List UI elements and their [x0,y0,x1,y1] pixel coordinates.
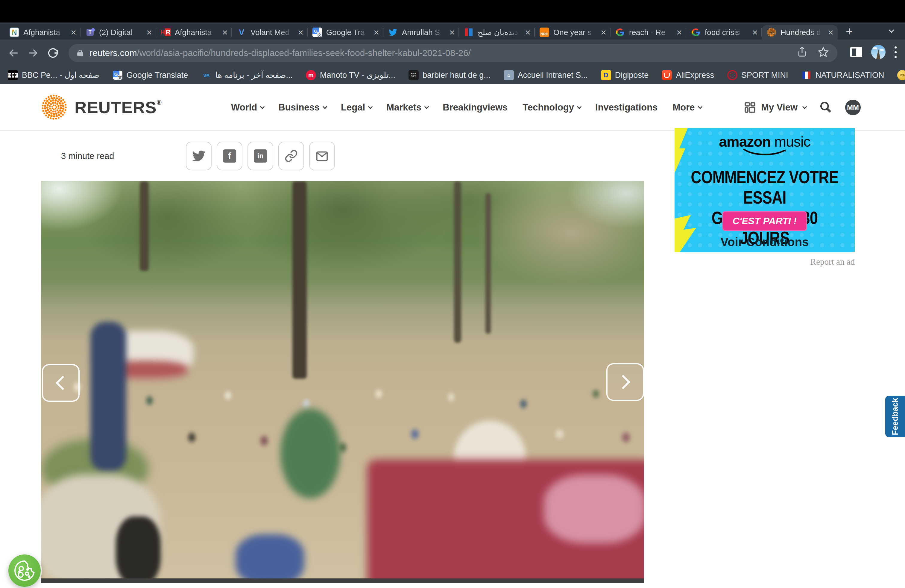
nav-more[interactable]: More [672,102,701,113]
chrome-menu-icon[interactable] [894,46,897,58]
linkedin-icon: in [254,149,267,162]
my-view-button[interactable]: My View [744,101,806,114]
bookmark-voa[interactable]: V⁄Aصفحه آخر - برنامه ها... [201,70,293,80]
article-photo[interactable] [41,181,644,578]
browser-toolbar: reuters.com/world/asia-pacific/hundreds-… [0,40,905,67]
back-button[interactable] [6,46,21,60]
tab-title: دیده‌بان صلح [478,28,521,37]
tab-one-year[interactable]: NRC One year s × [535,25,611,40]
volant-icon: V [237,27,246,37]
nav-markets[interactable]: Markets [386,102,428,113]
close-icon[interactable]: × [298,27,303,37]
close-icon[interactable]: × [525,27,530,37]
search-icon[interactable] [819,100,832,114]
share-linkedin-button[interactable]: in [248,141,273,170]
share-twitter-button[interactable] [186,141,211,170]
browser-profile-avatar[interactable] [871,45,886,59]
side-panel-icon[interactable] [850,47,862,57]
bookmark-bbc[interactable]: BBCBBC Pe... - صفحه اول [8,70,99,80]
video-control-bar[interactable] [41,578,644,583]
close-icon[interactable]: × [449,27,455,37]
child-figure [116,516,161,578]
close-icon[interactable]: × [71,27,76,37]
share-icon[interactable] [797,46,807,60]
tab-food-crisis[interactable]: food crisis × [686,25,762,40]
tab-search-chevron-icon[interactable] [889,28,893,33]
hrw-icon: HR [161,27,171,37]
close-icon[interactable]: × [146,27,152,37]
amazon-music-ad[interactable]: amazon music COMMENCEZ VOTRE ESSAI GRATU… [675,128,855,252]
tab-teams-digital[interactable]: T (2) Digital × [81,25,156,40]
forward-button[interactable] [26,46,40,60]
carousel-previous-button[interactable] [42,364,79,402]
tab-reach[interactable]: reach - Re × [611,25,686,40]
close-icon[interactable]: × [752,27,758,37]
reload-button[interactable] [46,46,60,60]
nav-world[interactable]: World [231,102,264,113]
share-buttons: f in [186,141,335,170]
twitter-icon [192,149,205,162]
share-email-button[interactable] [309,141,335,170]
nav-technology[interactable]: Technology [522,102,580,113]
bookmark-intranet[interactable]: ⌂Accueil Intranet S... [504,70,588,80]
feedback-button[interactable]: Feedback [885,396,905,437]
icf-icon: ICF [897,70,905,80]
bookmark-barbier[interactable]: BARBIERbarbier haut de g... [408,70,491,80]
tab-didban-solh[interactable]: دیده‌بان صلح × [459,25,535,40]
macos-menubar [0,0,905,22]
bookmarks-bar: BBCBBC Pe... - صفحه اول G文Google Transla… [0,67,905,84]
nav-investigations[interactable]: Investigations [595,102,657,113]
address-bar[interactable]: reuters.com/world/asia-pacific/hundreds-… [68,44,837,62]
ad-conditions-link[interactable]: Voir Conditions [675,235,855,249]
article-meta-row: 3 minute read f in [41,131,644,181]
new-tab-button[interactable]: + [843,25,856,38]
tab-volant[interactable]: V Volant Med × [232,25,308,40]
share-link-button[interactable] [278,141,304,170]
tree-trunk [454,181,461,343]
close-icon[interactable]: × [222,27,228,37]
bbc-icon: BBC [8,70,18,80]
tab-hundreds-active[interactable]: Hundreds d × [762,25,838,40]
tab-amrullah[interactable]: Amrullah S × [383,25,459,40]
tab-title: One year s [553,28,597,37]
reuters-page: REUTERS® World Business Legal Markets Br… [0,84,905,588]
bookmark-sport-mini[interactable]: SPORT MINI [727,70,788,80]
close-icon[interactable]: × [601,27,607,37]
share-facebook-button[interactable]: f [217,141,243,170]
bookmark-digiposte[interactable]: DDigiposte [601,70,649,80]
browser-tab-strip: N Afghanista × T (2) Digital × HR Afghan… [0,22,905,40]
nav-business[interactable]: Business [278,102,326,113]
layout-grid-icon [744,101,756,114]
bookmark-google-translate[interactable]: G文Google Translate [113,70,188,80]
nav-breakingviews[interactable]: Breakingviews [443,102,508,113]
user-avatar[interactable]: MM [845,100,861,115]
manoto-icon: m [306,70,316,80]
close-icon[interactable]: × [828,27,834,37]
cookie-icon [13,559,36,582]
mail-icon [315,149,329,163]
report-ad-link[interactable]: Report an ad [795,257,855,267]
tab-afghanistan-2[interactable]: HR Afghanista × [156,25,232,40]
carousel-next-button[interactable] [607,363,644,401]
nav-legal[interactable]: Legal [341,102,372,113]
tab-google-translate[interactable]: G文 Google Tra × [308,25,383,40]
bookmark-manoto[interactable]: mManoto TV - تلویزی... [306,70,395,80]
main-nav: World Business Legal Markets Breakingvie… [231,84,701,131]
lock-icon[interactable] [76,49,84,57]
bookmark-aliexpress[interactable]: AliExpress [662,70,714,80]
chevron-down-icon [260,105,265,109]
tab-afghanistan-1[interactable]: N Afghanista × [5,25,81,40]
bookmark-naturalisation[interactable]: NATURALISATION [801,70,884,80]
red-blue-flag-icon [464,27,473,37]
close-icon[interactable]: × [373,27,379,37]
close-icon[interactable]: × [676,27,682,37]
ad-cta-button[interactable]: C'EST PARTI ! [722,211,807,231]
reuters-logo[interactable]: REUTERS® [41,94,162,120]
tab-title: Hundreds d [781,28,824,37]
bookmark-star-icon[interactable] [818,46,829,60]
cookie-consent-button[interactable] [8,555,41,587]
bookmark-icf[interactable]: ICFICF [897,70,905,80]
tab-title: (2) Digital [99,28,142,37]
tab-title: Amrullah S [402,28,445,37]
link-icon [284,149,298,162]
